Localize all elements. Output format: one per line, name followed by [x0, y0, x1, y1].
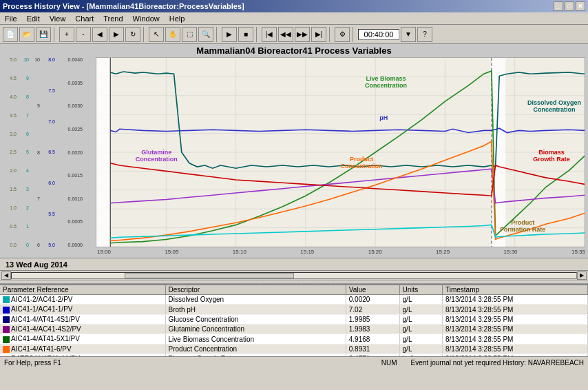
col-header-value: Value — [346, 285, 399, 295]
cell-timestamp: 8/13/2014 3:28:55 PM — [442, 334, 587, 344]
data-table-container: Parameter Reference Descriptor Value Uni… — [0, 284, 588, 356]
chart-plot[interactable]: Live BiomassConcentration pH Dissolved O… — [96, 57, 585, 247]
maximize-button[interactable]: □ — [565, 1, 574, 11]
zoom-rect-button[interactable]: 🔍 — [198, 27, 213, 42]
cell-ref: AIC41-4/AT41-6/PV — [0, 344, 165, 353]
chart-container: Mammalian04 Bioreactor41 Process Variabl… — [0, 44, 588, 258]
select-button[interactable]: ⬚ — [182, 27, 197, 42]
menu-help[interactable]: Help — [167, 14, 187, 23]
cell-value: 1.9983 — [346, 325, 399, 334]
sep3 — [216, 27, 219, 42]
close-button[interactable]: ✕ — [576, 1, 585, 11]
scroll-right-btn[interactable]: ▶ — [577, 271, 587, 280]
menu-edit[interactable]: Edit — [25, 14, 42, 23]
menu-view[interactable]: View — [48, 14, 68, 23]
back-button[interactable]: ◀ — [92, 27, 107, 42]
window-title: Process History View - [Mammalian41Biore… — [3, 2, 244, 10]
cell-desc: Live Biomass Concentration — [165, 334, 346, 344]
status-left: For Help, press F1 — [4, 359, 61, 367]
table-header-row: Parameter Reference Descriptor Value Uni… — [0, 285, 588, 295]
x-label-1525: 15:25 — [436, 249, 450, 258]
chart-title: Mammalian04 Bioreactor41 Process Variabl… — [3, 45, 585, 56]
nav-prev[interactable]: ◀◀ — [278, 27, 293, 42]
cell-value: 4.9168 — [346, 334, 399, 344]
window-controls[interactable]: _ □ ✕ — [554, 1, 585, 11]
h-scrollbar[interactable]: ◀ ▶ — [0, 270, 588, 280]
y-axis-2: 109876543210 — [18, 57, 30, 247]
table-row[interactable]: AIC41-4/AT41-5X1/PV Live Biomass Concent… — [0, 334, 588, 344]
y-axis-5: 0.00400.00350.00300.00250.00200.00150.00… — [56, 57, 84, 247]
row-color-dot — [3, 336, 10, 343]
chart-svg — [96, 58, 585, 247]
x-axis: 15:00 15:05 15:10 15:15 15:20 15:25 15:3… — [3, 249, 585, 258]
scroll-left-btn[interactable]: ◀ — [1, 271, 11, 280]
props-button[interactable]: ⚙ — [335, 27, 350, 42]
nav-next[interactable]: ▶▶ — [295, 27, 310, 42]
nav-end[interactable]: ▶| — [311, 27, 326, 42]
scroll-thumb[interactable] — [125, 273, 294, 278]
cell-desc: Glucose Concentration — [165, 314, 346, 324]
menu-window[interactable]: Window — [131, 14, 162, 23]
zoom-in-button[interactable]: + — [59, 27, 74, 42]
y-axis-4: 8.07.57.06.56.05.55.0 — [41, 57, 56, 247]
svg-rect-18 — [96, 58, 110, 247]
chart-wrapper: 5.04.54.03.53.02.52.01.51.00.50.0 109876… — [3, 57, 585, 247]
y-axes: 5.04.54.03.53.02.52.01.51.00.50.0 109876… — [3, 57, 96, 247]
play-button[interactable]: ▶ — [222, 27, 237, 42]
table-row[interactable]: AIC41-1/AC41-1/PV Broth pH 7.02 g/L 8/13… — [0, 305, 588, 314]
sep2 — [143, 27, 146, 42]
cell-ref: AIC41-4/AT41-5X1/PV — [0, 334, 165, 344]
new-button[interactable]: 📄 — [3, 27, 18, 42]
cell-units: g/L — [399, 344, 442, 353]
menu-chart[interactable]: Chart — [73, 14, 96, 23]
col-header-units: Units — [399, 285, 442, 295]
cell-timestamp: 8/13/2014 3:28:55 PM — [442, 344, 587, 353]
save-button[interactable]: 💾 — [36, 27, 51, 42]
title-bar: Process History View - [Mammalian41Biore… — [0, 0, 588, 12]
date-display: 13 Wed Aug 2014 — [0, 258, 588, 270]
menu-file[interactable]: File — [3, 14, 19, 23]
cell-ref: AIC41-4/AT41-4S1/PV — [0, 314, 165, 324]
table-row[interactable]: AIC41-4/AT41-4S1/PV Glucose Concentratio… — [0, 314, 588, 324]
nav-start[interactable]: |◀ — [262, 27, 277, 42]
cell-units: g/L — [399, 325, 442, 334]
x-label-1520: 15:20 — [368, 249, 382, 258]
cell-value: 0.8931 — [346, 344, 399, 353]
zoom-out-button[interactable]: - — [76, 27, 91, 42]
table-row[interactable]: AIC41-4/AC41-4S2/PV Glutamine Concentrat… — [0, 325, 588, 334]
forward-button[interactable]: ▶ — [109, 27, 124, 42]
cursor-button[interactable]: ↖ — [149, 27, 164, 42]
cell-timestamp: 8/13/2014 3:29:55 PM — [442, 314, 587, 324]
refresh-button[interactable]: ↻ — [125, 27, 140, 42]
scroll-track[interactable] — [11, 272, 577, 279]
row-color-dot — [3, 296, 10, 303]
x-label-1505: 15:05 — [165, 249, 178, 258]
stop-button[interactable]: ■ — [238, 27, 253, 42]
col-header-timestamp: Timestamp — [442, 285, 587, 295]
y-axis-3: 109876 — [30, 57, 41, 247]
table-row[interactable]: AIC41-4/AT41-6/PV Product Concentration … — [0, 344, 588, 353]
menu-trend[interactable]: Trend — [101, 14, 125, 23]
x-label-1500: 15:00 — [97, 249, 111, 258]
toolbar: 📄 📂 💾 + - ◀ ▶ ↻ ↖ ✋ ⬚ 🔍 ▶ ■ |◀ ◀◀ ▶▶ ▶| … — [0, 25, 588, 44]
col-header-ref: Parameter Reference — [0, 285, 165, 295]
cell-units: g/L — [399, 295, 442, 305]
x-label-1535: 15:35 — [571, 249, 585, 258]
table-row[interactable]: AIC41-2/AC41-2/PV Dissolved Oxygen 0.002… — [0, 295, 588, 305]
time-dropdown[interactable]: ▼ — [401, 27, 416, 42]
x-label-1515: 15:15 — [300, 249, 314, 258]
cell-desc: Dissolved Oxygen — [165, 295, 346, 305]
pan-button[interactable]: ✋ — [165, 27, 180, 42]
time-display[interactable]: 00:40:00 — [358, 29, 399, 40]
open-button[interactable]: 📂 — [19, 27, 34, 42]
cell-desc: Product Concentration — [165, 344, 346, 353]
help-button[interactable]: ? — [417, 27, 432, 42]
sep4 — [256, 27, 259, 42]
cell-ref: AIC41-2/AC41-2/PV — [0, 295, 165, 305]
cell-units: g/L — [399, 334, 442, 344]
cell-desc: Broth pH — [165, 305, 346, 314]
minimize-button[interactable]: _ — [554, 1, 563, 11]
resize-dots: · · · · · · · · · · · · · · · · · · · · … — [242, 280, 346, 284]
x-label-1510: 15:10 — [233, 249, 246, 258]
y-axis-1: 5.04.54.03.53.02.52.01.51.00.50.0 — [3, 57, 18, 247]
